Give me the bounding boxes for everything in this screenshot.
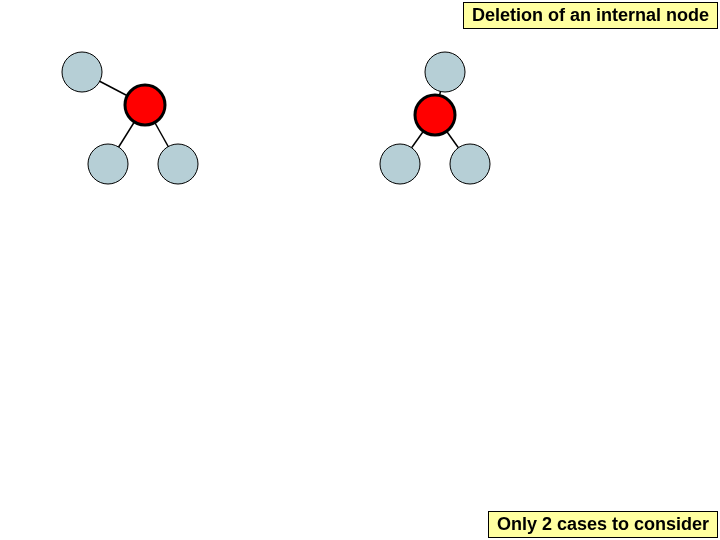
tree-node	[62, 52, 102, 92]
tree-node	[158, 144, 198, 184]
target-node	[125, 85, 165, 125]
tree-node	[380, 144, 420, 184]
tree-node	[425, 52, 465, 92]
title-text: Deletion of an internal node	[472, 5, 709, 25]
footer-box: Only 2 cases to consider	[488, 511, 718, 538]
target-node	[415, 95, 455, 135]
title-box: Deletion of an internal node	[463, 2, 718, 29]
tree-diagram	[0, 0, 720, 540]
footer-text: Only 2 cases to consider	[497, 514, 709, 534]
tree-node	[88, 144, 128, 184]
tree-node	[450, 144, 490, 184]
